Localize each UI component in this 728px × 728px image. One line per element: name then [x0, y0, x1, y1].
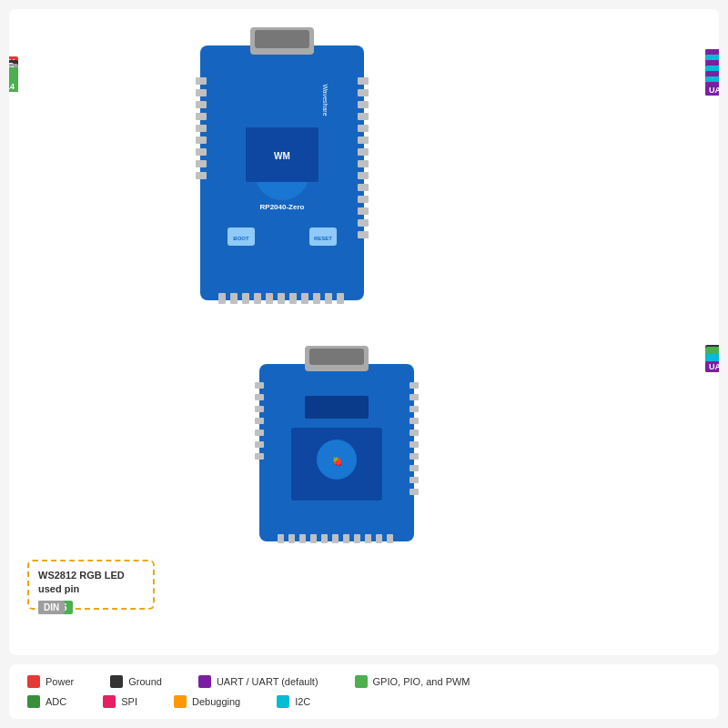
legend-i2c-icon [277, 695, 289, 708]
svg-text:Waveshare: Waveshare [322, 84, 329, 116]
svg-rect-31 [230, 293, 238, 304]
legend-adc: ADC [27, 695, 66, 708]
upper-board: WM RP2040-Zero Waveshare [191, 27, 373, 300]
svg-rect-70 [410, 489, 419, 495]
legend-gpio-icon [355, 675, 368, 688]
legend-ground-label: Ground [128, 676, 162, 687]
svg-rect-29 [358, 231, 369, 238]
svg-rect-9 [196, 101, 207, 108]
svg-rect-74 [310, 534, 317, 543]
legend-spi: SPI [103, 695, 137, 708]
svg-rect-63 [410, 406, 419, 412]
svg-rect-40 [337, 293, 344, 304]
pin-gp14: GP14 [9, 81, 18, 92]
svg-text:RESET: RESET [314, 236, 332, 241]
svg-rect-2 [255, 30, 309, 48]
legend-power-icon [27, 675, 40, 688]
svg-rect-75 [321, 534, 328, 543]
legend-adc-label: ADC [46, 696, 66, 707]
svg-rect-15 [196, 172, 207, 179]
svg-rect-61 [410, 382, 419, 389]
svg-rect-59 [255, 441, 264, 448]
svg-rect-8 [196, 89, 207, 96]
pin-uart0rx-17: UART0 RX [705, 361, 719, 372]
legend-gpio-label: GPIO, PIO, and PWM [373, 676, 470, 687]
svg-rect-57 [255, 418, 264, 424]
svg-rect-73 [299, 534, 306, 543]
svg-rect-39 [325, 293, 332, 304]
lower-board: 🍓 [255, 346, 419, 555]
svg-rect-17 [358, 89, 369, 96]
svg-rect-20 [358, 125, 369, 132]
svg-rect-7 [196, 77, 207, 85]
legend-row-2: ADC SPI Debugging I2C [27, 695, 701, 708]
svg-rect-60 [255, 453, 264, 460]
svg-rect-68 [410, 465, 419, 471]
svg-rect-28 [358, 219, 369, 227]
legend-spi-icon [103, 695, 116, 708]
legend-i2c-label: I2C [295, 696, 310, 707]
svg-rect-76 [332, 534, 339, 543]
legend-ground: Ground [110, 675, 162, 688]
legend-row-1: Power Ground UART / UART (default) GPIO,… [27, 675, 701, 688]
svg-rect-12 [196, 136, 207, 144]
svg-rect-56 [255, 406, 264, 412]
pin-uart0rx-13: UART0 RX [705, 85, 719, 96]
svg-rect-18 [358, 101, 369, 108]
svg-rect-64 [410, 418, 419, 424]
legend-spi-label: SPI [121, 696, 137, 707]
legend-ground-icon [110, 675, 123, 688]
svg-rect-58 [255, 430, 264, 436]
legend-uart-label: UART / UART (default) [217, 676, 318, 687]
svg-rect-69 [410, 477, 419, 483]
svg-rect-55 [255, 394, 264, 400]
legend-debug: Debugging [174, 695, 240, 708]
svg-rect-71 [278, 534, 284, 543]
svg-rect-66 [410, 441, 419, 448]
svg-rect-22 [358, 148, 369, 156]
svg-rect-38 [313, 293, 320, 304]
svg-rect-78 [354, 534, 360, 543]
svg-rect-23 [358, 160, 369, 167]
svg-rect-35 [278, 293, 285, 304]
svg-rect-10 [196, 113, 207, 120]
svg-rect-65 [410, 430, 419, 436]
svg-rect-54 [255, 382, 264, 389]
svg-rect-19 [358, 113, 369, 120]
svg-rect-30 [218, 293, 226, 304]
legend-power: Power [27, 675, 74, 688]
svg-text:BOOT: BOOT [233, 236, 249, 241]
svg-rect-26 [358, 196, 369, 203]
svg-text:🍓: 🍓 [332, 456, 343, 467]
ws2812-title: WS2812 RGB LED used pin [38, 569, 144, 595]
legend-power-label: Power [46, 676, 74, 687]
svg-rect-25 [358, 184, 369, 191]
svg-rect-77 [343, 534, 349, 543]
legend-gpio: GPIO, PIO, and PWM [355, 675, 470, 688]
svg-text:WM: WM [274, 151, 290, 161]
svg-rect-67 [410, 453, 419, 460]
legend-area: Power Ground UART / UART (default) GPIO,… [9, 664, 719, 719]
svg-rect-32 [242, 293, 249, 304]
svg-rect-27 [358, 207, 369, 215]
svg-rect-21 [358, 136, 369, 144]
svg-rect-33 [254, 293, 261, 304]
legend-adc-icon [27, 695, 40, 708]
legend-i2c: I2C [277, 695, 310, 708]
svg-rect-24 [358, 172, 369, 179]
svg-rect-16 [358, 77, 369, 85]
svg-rect-72 [288, 534, 295, 543]
legend-uart-icon [198, 675, 211, 688]
legend-debug-label: Debugging [192, 696, 240, 707]
svg-rect-11 [196, 125, 207, 132]
svg-rect-49 [309, 349, 364, 365]
svg-rect-79 [365, 534, 371, 543]
svg-rect-14 [196, 160, 207, 167]
ws2812-box: WS2812 RGB LED used pin GP16 DIN [27, 560, 155, 610]
svg-rect-37 [301, 293, 308, 304]
svg-rect-62 [410, 394, 419, 400]
pin-din: DIN [38, 601, 65, 614]
legend-uart: UART / UART (default) [198, 675, 318, 688]
svg-rect-53 [305, 396, 369, 419]
legend-debug-icon [174, 695, 187, 708]
